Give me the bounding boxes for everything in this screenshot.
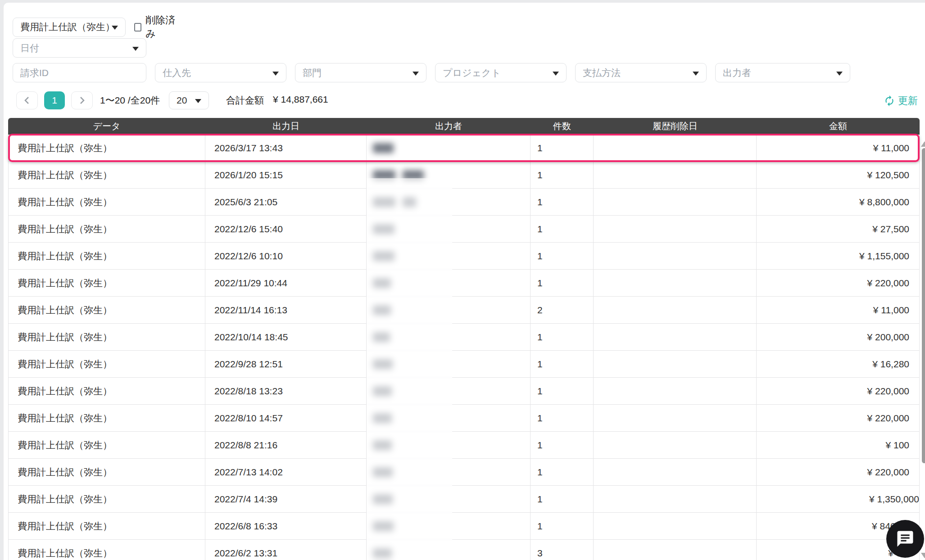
data-type-select[interactable]: 費用計上仕訳（弥生） [13, 18, 126, 37]
table-row[interactable]: 費用計上仕訳（弥生） 2022/7/13 14:02 1 ¥ 220,000 [8, 459, 920, 486]
cell-history-deleted [594, 405, 757, 431]
cell-count: 1 [531, 378, 594, 404]
cell-date: 2026/3/17 13:43 [205, 135, 367, 161]
table-row[interactable]: 費用計上仕訳（弥生） 2026/3/17 13:43 1 ¥ 11,000 [8, 135, 920, 162]
chevron-right-icon [78, 96, 86, 105]
cell-data: 費用計上仕訳（弥生） [8, 486, 205, 512]
cell-count: 1 [531, 432, 594, 458]
pagination-range-text: 1〜20 /全20件 [100, 94, 160, 107]
table-row[interactable]: 費用計上仕訳（弥生） 2022/10/14 18:45 1 ¥ 200,000 [8, 324, 920, 351]
cell-data: 費用計上仕訳（弥生） [8, 243, 205, 269]
caret-down-icon [195, 99, 201, 103]
cell-count: 1 [531, 162, 594, 188]
cell-amount: ¥ 8,800,000 [757, 189, 920, 215]
caret-down-icon [693, 72, 699, 76]
cell-author [367, 243, 531, 269]
cell-history-deleted [594, 513, 757, 539]
prev-page-button[interactable] [16, 91, 38, 109]
cell-history-deleted [594, 162, 757, 188]
project-select[interactable]: プロジェクト [435, 63, 567, 82]
header-history-deleted: 履歴削除日 [594, 118, 757, 135]
cell-amount: ¥ 120,500 [757, 162, 920, 188]
scrollbar-down-arrow-icon[interactable] [921, 553, 925, 558]
cell-data: 費用計上仕訳（弥生） [8, 270, 205, 296]
pagination-bar: 1 1〜20 /全20件 20 合計金額 ¥ 14,887,661 [16, 91, 328, 109]
chat-fab-button[interactable] [886, 520, 924, 558]
cell-data: 費用計上仕訳（弥生） [8, 540, 205, 560]
author-select[interactable]: 出力者 [715, 63, 850, 82]
table-row[interactable]: 費用計上仕訳（弥生） 2022/11/29 10:44 1 ¥ 220,000 [8, 270, 920, 297]
table-row[interactable]: 費用計上仕訳（弥生） 2022/12/6 15:40 1 ¥ 27,500 [8, 216, 920, 243]
table-row[interactable]: 費用計上仕訳（弥生） 2022/6/8 16:33 1 ¥ 846 [8, 513, 920, 540]
cell-date: 2022/6/8 16:33 [205, 513, 367, 539]
invoice-id-input[interactable] [13, 63, 146, 82]
scrollbar-up-arrow-icon[interactable] [921, 141, 925, 147]
cell-history-deleted [594, 486, 757, 512]
cell-count: 1 [531, 351, 594, 377]
deleted-checkbox[interactable] [134, 23, 141, 32]
cell-count: 2 [531, 297, 594, 323]
cell-data: 費用計上仕訳（弥生） [8, 351, 205, 377]
cell-data: 費用計上仕訳（弥生） [8, 513, 205, 539]
page-size-select[interactable]: 20 [169, 91, 209, 109]
table-header-row: データ 出力日 出力者 件数 履歴削除日 金額 [8, 118, 920, 135]
cell-count: 1 [531, 270, 594, 296]
supplier-placeholder: 仕入先 [163, 67, 191, 79]
project-placeholder: プロジェクト [443, 67, 501, 79]
table-row[interactable]: 費用計上仕訳（弥生） 2022/8/8 21:16 1 ¥ 100 [8, 432, 920, 459]
page-size-value: 20 [177, 95, 187, 106]
table-row[interactable]: 費用計上仕訳（弥生） 2022/7/4 14:39 1 ¥ 1,350,000 [8, 486, 920, 513]
cell-data: 費用計上仕訳（弥生） [8, 216, 205, 242]
next-page-button[interactable] [71, 91, 93, 109]
page-number-button[interactable]: 1 [44, 91, 65, 109]
deleted-filter[interactable]: 削除済み [134, 14, 177, 41]
table-row[interactable]: 費用計上仕訳（弥生） 2026/1/20 15:15 1 ¥ 120,500 [8, 162, 920, 189]
cell-author [367, 378, 531, 404]
cell-author [367, 351, 531, 377]
cell-history-deleted [594, 216, 757, 242]
cell-data: 費用計上仕訳（弥生） [8, 189, 205, 215]
cell-date: 2022/12/6 10:10 [205, 243, 367, 269]
cell-data: 費用計上仕訳（弥生） [8, 405, 205, 431]
payment-method-select[interactable]: 支払方法 [575, 63, 707, 82]
cell-data: 費用計上仕訳（弥生） [8, 432, 205, 458]
scrollbar-thumb[interactable] [922, 148, 925, 463]
cell-amount: ¥ 220,000 [757, 459, 920, 485]
cell-amount: ¥ 100 [757, 432, 920, 458]
table-row[interactable]: 費用計上仕訳（弥生） 2022/12/6 10:10 1 ¥ 1,155,000 [8, 243, 920, 270]
table-row[interactable]: 費用計上仕訳（弥生） 2022/8/10 14:57 1 ¥ 220,000 [8, 405, 920, 432]
cell-count: 1 [531, 189, 594, 215]
cell-author [367, 540, 531, 560]
cell-date: 2022/11/14 16:13 [205, 297, 367, 323]
department-select[interactable]: 部門 [295, 63, 426, 82]
header-count: 件数 [531, 118, 594, 135]
cell-count: 3 [531, 540, 594, 560]
date-placeholder: 日付 [20, 42, 39, 54]
total-amount-group: 合計金額 ¥ 14,887,661 [226, 94, 328, 107]
cell-history-deleted [594, 432, 757, 458]
header-author: 出力者 [367, 118, 531, 135]
table-row[interactable]: 費用計上仕訳（弥生） 2025/6/3 21:05 1 ¥ 8,800,000 [8, 189, 920, 216]
cell-date: 2026/1/20 15:15 [205, 162, 367, 188]
refresh-button[interactable]: 更新 [884, 94, 918, 108]
supplier-select[interactable]: 仕入先 [155, 63, 286, 82]
date-select[interactable]: 日付 [13, 38, 146, 58]
caret-down-icon [132, 47, 139, 51]
cell-author [367, 486, 531, 512]
cell-amount: ¥ 1,350,000 [757, 486, 920, 512]
cell-author [367, 513, 531, 539]
payment-method-placeholder: 支払方法 [583, 67, 621, 79]
cell-author [367, 459, 531, 485]
table-row[interactable]: 費用計上仕訳（弥生） 2022/9/28 12:51 1 ¥ 16,280 [8, 351, 920, 378]
header-data: データ [8, 118, 205, 135]
cell-author [367, 270, 531, 296]
cell-amount: ¥ 220,000 [757, 270, 920, 296]
content-card: 費用計上仕訳（弥生） 削除済み 日付 仕入先 [4, 3, 925, 560]
table-row[interactable]: 費用計上仕訳（弥生） 2022/8/18 13:23 1 ¥ 220,000 [8, 378, 920, 405]
cell-date: 2022/10/14 18:45 [205, 324, 367, 350]
cell-count: 1 [531, 486, 594, 512]
table-body: 費用計上仕訳（弥生） 2026/3/17 13:43 1 ¥ 11,000 費用… [8, 135, 920, 560]
table-row[interactable]: 費用計上仕訳（弥生） 2022/6/2 13:31 3 ¥ 67, [8, 540, 920, 560]
cell-author [367, 216, 531, 242]
table-row[interactable]: 費用計上仕訳（弥生） 2022/11/14 16:13 2 ¥ 11,000 [8, 297, 920, 324]
